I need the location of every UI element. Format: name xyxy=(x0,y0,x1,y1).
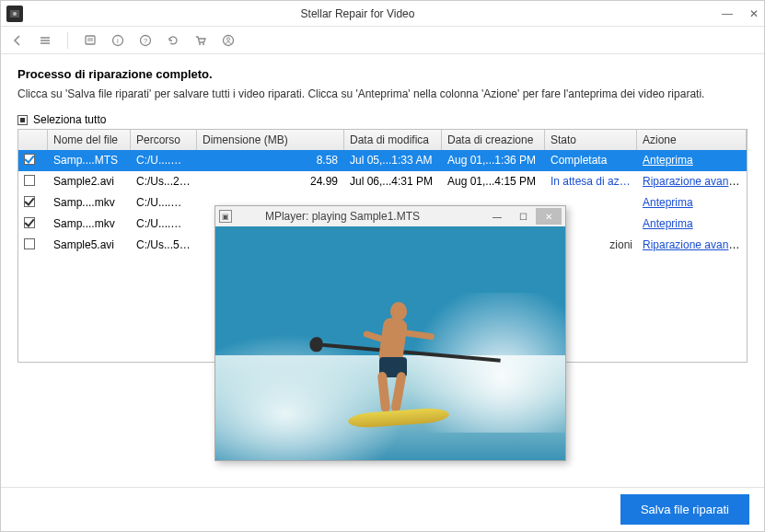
preview-close-button[interactable]: ✕ xyxy=(536,208,562,225)
select-all-checkbox[interactable]: Seleziona tutto xyxy=(17,113,748,126)
page-heading: Processo di riparazione completo. xyxy=(17,67,748,81)
col-filename[interactable]: Nome del file xyxy=(48,130,131,150)
cell-size: 24.99 xyxy=(197,173,344,191)
table-header: Nome del file Percorso Dimensione (MB) D… xyxy=(18,130,747,150)
page-subtext: Clicca su 'Salva file riparati' per salv… xyxy=(17,87,748,102)
cell-status: Completata xyxy=(545,152,637,169)
cell-filename: Sample2.avi xyxy=(48,173,131,191)
toolbar: i ? xyxy=(1,27,764,54)
checkbox-indeterminate-icon xyxy=(17,115,28,125)
cell-action: Riparazione avanzata xyxy=(637,237,747,254)
cell-modified: Jul 06,...4:31 PM xyxy=(344,173,442,191)
col-created[interactable]: Data di creazione xyxy=(442,130,545,150)
action-link[interactable]: Riparazione avanzata xyxy=(643,238,747,251)
cell-action: Riparazione avanzata xyxy=(637,173,747,191)
cell-created: Aug 01,...1:36 PM xyxy=(442,152,545,169)
col-modified[interactable]: Data di modifica xyxy=(344,130,442,150)
note-icon[interactable] xyxy=(81,31,99,50)
preview-minimize-button[interactable]: — xyxy=(484,208,510,225)
row-checkbox[interactable] xyxy=(24,154,35,165)
svg-text:?: ? xyxy=(144,37,148,45)
col-status[interactable]: Stato xyxy=(545,130,637,150)
minimize-button[interactable]: — xyxy=(722,7,733,20)
preview-title: MPlayer: playing Sample1.MTS xyxy=(201,210,484,223)
svg-point-7 xyxy=(199,43,201,45)
cell-path: C:/Us...5.avi xyxy=(131,237,197,254)
col-path[interactable]: Percorso xyxy=(131,130,197,150)
preview-maximize-button[interactable]: ☐ xyxy=(510,208,536,225)
cell-filename: Samp....mkv xyxy=(48,215,131,233)
cell-status: In attesa di azioni xyxy=(545,173,637,191)
col-action[interactable]: Azione xyxy=(637,130,747,150)
col-size[interactable]: Dimensione (MB) xyxy=(197,130,344,150)
info-icon[interactable]: i xyxy=(109,31,127,50)
svg-text:i: i xyxy=(117,37,119,45)
cell-path: C:/Us...2.avi xyxy=(131,173,197,191)
video-frame-illustration xyxy=(354,282,446,438)
cell-path: C:/U....MTS xyxy=(131,152,197,169)
action-link[interactable]: Anteprima xyxy=(643,196,693,209)
video-preview-window[interactable]: ▣ MPlayer: playing Sample1.MTS — ☐ ✕ xyxy=(214,205,566,461)
row-checkbox[interactable] xyxy=(24,196,35,207)
preview-titlebar[interactable]: ▣ MPlayer: playing Sample1.MTS — ☐ ✕ xyxy=(215,206,565,226)
cell-path: C:/U....mkv xyxy=(131,194,197,212)
svg-point-10 xyxy=(226,37,229,40)
svg-point-8 xyxy=(203,43,204,45)
table-row[interactable]: Samp....MTSC:/U....MTS8.58Jul 05,...1:33… xyxy=(18,150,747,171)
back-arrow-icon[interactable] xyxy=(8,31,27,50)
help-icon[interactable]: ? xyxy=(136,31,155,50)
cell-action: Anteprima xyxy=(637,215,747,233)
row-checkbox[interactable] xyxy=(24,238,35,249)
cell-filename: Samp....MTS xyxy=(48,152,131,169)
action-link[interactable]: Anteprima xyxy=(643,217,693,230)
cell-path: C:/U....mkv xyxy=(131,215,197,233)
footer: Salva file riparati xyxy=(1,487,764,531)
col-checkbox[interactable] xyxy=(18,130,48,150)
cell-size: 8.58 xyxy=(197,152,344,169)
cell-created: Aug 01,...4:15 PM xyxy=(442,173,545,191)
select-all-label: Seleziona tutto xyxy=(33,113,106,126)
save-repaired-files-button[interactable]: Salva file riparati xyxy=(620,494,749,525)
cell-filename: Sample5.avi xyxy=(48,237,131,254)
action-link[interactable]: Anteprima xyxy=(643,154,693,167)
hamburger-icon[interactable] xyxy=(36,31,54,50)
row-checkbox[interactable] xyxy=(24,175,35,186)
cell-action: Anteprima xyxy=(637,152,747,169)
cell-filename: Samp....mkv xyxy=(48,194,131,212)
titlebar: Stellar Repair for Video — ✕ xyxy=(1,1,764,27)
cell-modified: Jul 05,...1:33 AM xyxy=(344,152,442,169)
user-icon[interactable] xyxy=(219,31,238,50)
window-title: Stellar Repair for Video xyxy=(0,7,722,20)
cell-action: Anteprima xyxy=(637,194,747,212)
action-link[interactable]: Riparazione avanzata xyxy=(643,175,747,188)
table-row[interactable]: Sample2.aviC:/Us...2.avi24.99Jul 06,...4… xyxy=(18,171,747,192)
cart-icon[interactable] xyxy=(191,31,210,50)
row-checkbox[interactable] xyxy=(24,217,35,228)
close-button[interactable]: ✕ xyxy=(749,7,759,20)
preview-video-area xyxy=(215,226,565,460)
refresh-icon[interactable] xyxy=(164,31,182,50)
